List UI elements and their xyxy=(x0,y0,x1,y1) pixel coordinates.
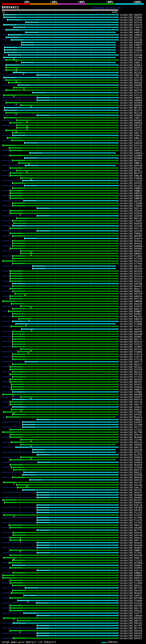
uniref-hit-label[interactable]: UniRef100_O22496 xyxy=(120,56,142,59)
uniref-hit-label[interactable]: UniRef100_Q1KLZ3 xyxy=(120,486,142,489)
alignment-bar[interactable] xyxy=(12,356,118,357)
alignment-bar[interactable] xyxy=(12,585,118,586)
alignment-bar[interactable] xyxy=(24,612,118,614)
uniref-hit-label[interactable]: UniRef100_P12332 xyxy=(120,139,142,142)
uniref-hit-label[interactable]: UniRef100_B9T0C1 xyxy=(120,170,142,172)
uniref-hit-label[interactable]: UniRef100_P12328 xyxy=(120,180,142,182)
uniref-hit-label[interactable]: UniRef100_O64442 xyxy=(120,592,142,594)
alignment-bar[interactable] xyxy=(10,175,118,176)
alignment-bar[interactable] xyxy=(17,218,118,219)
uniref-hit-label[interactable]: UniRef100_Q3LFQ5 xyxy=(120,200,142,202)
alignment-bar[interactable] xyxy=(10,280,118,282)
alignment-bar[interactable] xyxy=(10,605,118,606)
alignment-bar[interactable] xyxy=(12,263,118,264)
uniref-hit-label[interactable]: UniRef100_B6RAX2 xyxy=(120,290,142,293)
alignment-bar[interactable] xyxy=(12,225,118,226)
uniref-hit-label[interactable]: UniRef100_A2SY34 xyxy=(120,76,142,79)
uniref-hit-label[interactable]: UniRef100_Q39142 xyxy=(120,610,142,612)
uniref-hit-label[interactable]: UniRef100_B9S155 xyxy=(120,441,142,444)
uniref-hit-label[interactable]: UniRef100_P27492 xyxy=(120,428,142,431)
alignment-bar[interactable] xyxy=(10,379,118,380)
uniref-hit-label[interactable]: UniRef100_Q84TM7 xyxy=(120,235,142,237)
uniref-hit-label[interactable]: UniRef100_Q41787 xyxy=(120,481,142,484)
alignment-bar[interactable] xyxy=(10,276,118,277)
uniref-hit-label[interactable]: UniRef100_A9NPD6 xyxy=(120,195,142,197)
uniref-hit-label[interactable]: UniRef100_Q39831 xyxy=(120,406,142,408)
uniref-hit-label[interactable]: UniRef100_A4QPK5 xyxy=(120,114,142,117)
uniref-hit-label[interactable]: UniRef100_B3VN37 xyxy=(120,313,142,315)
alignment-bar[interactable] xyxy=(4,110,118,111)
uniref-hit-label[interactable]: UniRef100_Q4VV51 xyxy=(120,637,142,640)
alignment-bar[interactable] xyxy=(19,318,118,319)
uniref-hit-label[interactable]: UniRef100_A9PJH7 xyxy=(120,124,142,127)
alignment-bar[interactable] xyxy=(12,316,118,317)
uniref-hit-label[interactable]: UniRef100_A9S6F4 xyxy=(120,396,142,398)
uniref-hit-label[interactable]: UniRef100_A9T914 xyxy=(120,348,142,351)
uniref-hit-label[interactable]: UniRef100_P06671 xyxy=(120,557,142,559)
uniref-hit-label[interactable]: UniRef100_Q677D0 xyxy=(120,431,142,434)
uniref-hit-label[interactable]: UniRef100_P04778 xyxy=(120,401,142,404)
alignment-bar[interactable] xyxy=(12,341,118,342)
uniref-hit-label[interactable]: UniRef100_P07369 xyxy=(120,373,142,376)
uniref-hit-label[interactable]: UniRef100_A9RAS2 xyxy=(120,252,142,255)
alignment-bar[interactable] xyxy=(22,426,118,428)
uniref-hit-label[interactable]: UniRef100_A8J264 xyxy=(120,59,142,62)
alignment-bar[interactable] xyxy=(12,344,118,345)
uniref-hit-label[interactable]: UniRef100_Q9LE96 xyxy=(120,268,142,270)
alignment-bar[interactable] xyxy=(10,598,118,598)
alignment-bar[interactable] xyxy=(4,618,118,619)
uniref-hit-label[interactable]: UniRef100_P09756 xyxy=(120,398,142,401)
uniref-hit-label[interactable]: UniRef100_P20866 xyxy=(120,351,142,353)
uniref-hit-label[interactable]: UniRef100_Q41421 xyxy=(120,280,142,282)
uniref-hit-label[interactable]: UniRef100_Q4VV48 xyxy=(120,534,142,537)
alignment-bar[interactable] xyxy=(12,160,118,161)
alignment-bar[interactable] xyxy=(4,57,115,58)
uniref-hit-label[interactable]: UniRef100_P27491 xyxy=(120,552,142,554)
alignment-bar[interactable] xyxy=(9,562,118,563)
uniref-hit-label[interactable]: UniRef100_Q765P6 xyxy=(120,210,142,212)
alignment-bar[interactable] xyxy=(10,210,118,211)
uniref-hit-label[interactable]: UniRef100_P08221 xyxy=(120,524,142,526)
uniref-hit-label[interactable]: UniRef100_A9S6S7 xyxy=(120,250,142,252)
uniref-hit-label[interactable]: UniRef100_Q5PYQ1 xyxy=(120,182,142,184)
uniref-hit-label[interactable]: UniRef100_P27493 xyxy=(120,262,142,265)
alignment-bar[interactable] xyxy=(22,474,118,476)
uniref-hit-label[interactable]: UniRef100_A2SY33 xyxy=(120,24,142,26)
uniref-hit-label[interactable]: UniRef100_Q9ZSJ4 xyxy=(120,207,142,210)
alignment-bar[interactable] xyxy=(21,328,118,330)
alignment-bar[interactable] xyxy=(24,472,118,473)
alignment-bar[interactable] xyxy=(6,64,118,66)
alignment-bar[interactable] xyxy=(10,610,118,611)
alignment-bar[interactable] xyxy=(10,233,118,234)
alignment-bar[interactable] xyxy=(8,311,118,312)
uniref-hit-label[interactable]: UniRef100_A2SY45 xyxy=(120,21,142,24)
alignment-bar[interactable] xyxy=(16,323,115,324)
alignment-bar[interactable] xyxy=(12,243,118,244)
uniref-hit-label[interactable]: UniRef100_A8D752 xyxy=(120,620,142,622)
uniref-hit-label[interactable]: UniRef100_A7Q0V3 xyxy=(120,579,142,582)
uniref-hit-label[interactable]: UniRef100_O04687 xyxy=(120,547,142,549)
alignment-bar[interactable] xyxy=(11,39,118,40)
uniref-hit-label[interactable]: UniRef100_B4YYB6 xyxy=(120,597,142,600)
uniref-hit-label[interactable]: UniRef100_P04782 xyxy=(120,622,142,624)
alignment-bar[interactable] xyxy=(12,359,118,360)
uniref-hit-label[interactable]: UniRef100_B6SZT9 xyxy=(120,109,142,112)
alignment-bar[interactable] xyxy=(17,125,118,126)
uniref-hit-label[interactable]: UniRef100_Q41426 xyxy=(120,270,142,272)
alignment-bar[interactable] xyxy=(6,112,118,113)
uniref-hit-label[interactable]: UniRef100_P12329 xyxy=(120,559,142,562)
uniref-hit-label[interactable]: UniRef100_Q10HC8 xyxy=(120,461,142,464)
uniref-hit-label[interactable]: UniRef100_A9NP21 xyxy=(120,162,142,164)
uniref-hit-label[interactable]: UniRef100_B9RN67 xyxy=(120,310,142,313)
uniref-hit-label[interactable]: UniRef100_Q9XF86 xyxy=(120,330,142,333)
uniref-hit-label[interactable]: UniRef100_P12333 xyxy=(120,512,142,514)
alignment-bar[interactable] xyxy=(11,326,118,327)
alignment-bar[interactable] xyxy=(24,238,118,239)
uniref-hit-label[interactable]: UniRef100_Q677F6 xyxy=(120,529,142,532)
uniref-hit-label[interactable]: UniRef100_A9RJ33 xyxy=(120,446,142,449)
uniref-hit-label[interactable]: UniRef100_P14273 xyxy=(120,86,142,89)
uniref-hit-label[interactable]: UniRef100_P14279 xyxy=(120,353,142,356)
uniref-hit-label[interactable]: UniRef100_Q39768 xyxy=(120,282,142,285)
uniref-hit-label[interactable]: UniRef100_Q677H3 xyxy=(120,627,142,630)
uniref-hit-label[interactable]: UniRef100_P07371 xyxy=(120,426,142,428)
